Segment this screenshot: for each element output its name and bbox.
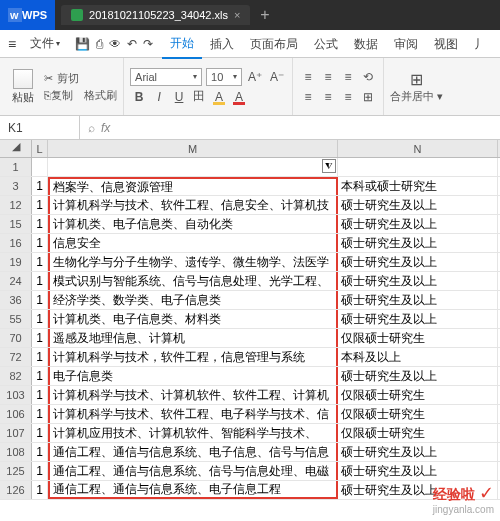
row-header[interactable]: 3 — [0, 177, 32, 195]
cell[interactable]: 1 — [32, 310, 48, 328]
ribbon-tab-more[interactable]: 丿 — [466, 30, 494, 58]
cell[interactable]: 计算机科学与技术、软件工程、信息安全、计算机技 — [48, 196, 338, 214]
align-top-button[interactable]: ≡ — [299, 68, 317, 86]
cell[interactable]: 硕士研究生及以上 — [338, 462, 498, 480]
cell[interactable]: 信息安全 — [48, 234, 338, 252]
ribbon-tab-view[interactable]: 视图 — [426, 30, 466, 58]
cell[interactable]: 仅限硕士研究生 — [338, 405, 498, 423]
undo-icon[interactable]: ↶ — [124, 30, 140, 58]
cell[interactable]: 1 — [32, 462, 48, 480]
cell[interactable]: 本科及以上 — [338, 348, 498, 366]
wrap-text-button[interactable]: ⊞ — [359, 88, 377, 106]
row-header[interactable]: 12 — [0, 196, 32, 214]
search-icon[interactable]: ⌕ — [88, 121, 95, 135]
cell[interactable]: 1 — [32, 291, 48, 309]
row-header[interactable]: 107 — [0, 424, 32, 442]
name-box[interactable]: K1 — [0, 116, 80, 140]
fx-label[interactable]: fx — [101, 121, 110, 135]
cell[interactable]: 1 — [32, 405, 48, 423]
ribbon-tab-insert[interactable]: 插入 — [202, 30, 242, 58]
row-header[interactable]: 15 — [0, 215, 32, 233]
cell[interactable]: 计算机科学与技术、软件工程、电子科学与技术、信 — [48, 405, 338, 423]
cell[interactable]: 1 — [32, 177, 48, 195]
font-size-select[interactable]: 10▾ — [206, 68, 242, 86]
close-tab-icon[interactable]: × — [234, 9, 240, 21]
ribbon-tab-review[interactable]: 审阅 — [386, 30, 426, 58]
column-header-N[interactable]: N — [338, 140, 498, 157]
cell[interactable]: 1 — [32, 367, 48, 385]
cell[interactable] — [48, 158, 338, 176]
cell[interactable]: 硕士研究生及以上 — [338, 291, 498, 309]
add-tab-button[interactable]: + — [260, 6, 269, 24]
cell[interactable]: 计算机应用技术、计算机软件、智能科学与技术、 — [48, 424, 338, 442]
ribbon-tab-formula[interactable]: 公式 — [306, 30, 346, 58]
row-header[interactable]: 72 — [0, 348, 32, 366]
cell[interactable]: 1 — [32, 253, 48, 271]
column-header-L[interactable]: L — [32, 140, 48, 157]
cell[interactable]: 通信工程、通信与信息系统、电子信息、信号与信息 — [48, 443, 338, 461]
cell[interactable]: 生物化学与分子生物学、遗传学、微生物学、法医学 — [48, 253, 338, 271]
merge-button[interactable]: 合并居中 ▾ — [390, 89, 443, 104]
orientation-button[interactable]: ⟲ — [359, 68, 377, 86]
filter-button[interactable]: ⧨ — [322, 159, 336, 173]
cell[interactable]: 1 — [32, 424, 48, 442]
copy-button[interactable]: ⎘复制 — [44, 88, 73, 103]
align-right-button[interactable]: ≡ — [339, 88, 357, 106]
row-header[interactable]: 82 — [0, 367, 32, 385]
cell[interactable]: 1 — [32, 443, 48, 461]
document-tab[interactable]: 20181021105223_34042.xls × — [61, 5, 250, 25]
cell[interactable]: 硕士研究生及以上 — [338, 196, 498, 214]
cell[interactable]: 硕士研究生及以上 — [338, 215, 498, 233]
row-header[interactable]: 16 — [0, 234, 32, 252]
cell[interactable]: 1 — [32, 348, 48, 366]
cell[interactable]: 1 — [32, 234, 48, 252]
cell[interactable]: 1 — [32, 215, 48, 233]
ribbon-tab-data[interactable]: 数据 — [346, 30, 386, 58]
cell[interactable] — [338, 158, 498, 176]
select-all-corner[interactable]: ◢ — [0, 140, 32, 157]
cell[interactable]: 硕士研究生及以上 — [338, 310, 498, 328]
cell[interactable]: 仅限硕士研究生 — [338, 329, 498, 347]
cell[interactable]: 1 — [32, 272, 48, 290]
cell[interactable] — [32, 158, 48, 176]
cell[interactable]: 硕士研究生及以上 — [338, 443, 498, 461]
paste-button[interactable]: 粘贴 — [6, 69, 40, 105]
cell[interactable]: 仅限硕士研究生 — [338, 424, 498, 442]
cell[interactable]: 1 — [32, 481, 48, 499]
ribbon-tab-home[interactable]: 开始 — [162, 29, 202, 59]
align-bottom-button[interactable]: ≡ — [339, 68, 357, 86]
column-header-M[interactable]: M — [48, 140, 338, 157]
redo-icon[interactable]: ↷ — [140, 30, 156, 58]
file-menu[interactable]: 文件 ▾ — [24, 35, 66, 52]
format-painter-button[interactable]: 格式刷 — [84, 88, 117, 103]
row-header[interactable]: 103 — [0, 386, 32, 404]
align-left-button[interactable]: ≡ — [299, 88, 317, 106]
row-header[interactable]: 1 — [0, 158, 32, 176]
cell[interactable]: 硕士研究生及以上 — [338, 234, 498, 252]
cell[interactable]: 通信工程、通信与信息系统、电子信息工程 — [48, 481, 338, 499]
cell[interactable]: 计算机类、电子信息类、材料类 — [48, 310, 338, 328]
cell[interactable]: 电子信息类 — [48, 367, 338, 385]
cell[interactable]: 1 — [32, 329, 48, 347]
hamburger-icon[interactable]: ≡ — [0, 36, 24, 52]
row-header[interactable]: 126 — [0, 481, 32, 499]
row-header[interactable]: 55 — [0, 310, 32, 328]
italic-button[interactable]: I — [150, 88, 168, 106]
row-header[interactable]: 108 — [0, 443, 32, 461]
increase-font-button[interactable]: A⁺ — [246, 68, 264, 86]
cell[interactable]: 遥感及地理信息、计算机 — [48, 329, 338, 347]
row-header[interactable]: 125 — [0, 462, 32, 480]
cell[interactable]: 硕士研究生及以上 — [338, 367, 498, 385]
cell[interactable]: 硕士研究生及以上 — [338, 253, 498, 271]
cell[interactable]: 计算机科学与技术、计算机软件、软件工程、计算机 — [48, 386, 338, 404]
underline-button[interactable]: U — [170, 88, 188, 106]
bold-button[interactable]: B — [130, 88, 148, 106]
font-family-select[interactable]: Arial▾ — [130, 68, 202, 86]
row-header[interactable]: 19 — [0, 253, 32, 271]
cell[interactable]: 计算机科学与技术，软件工程，信息管理与系统 — [48, 348, 338, 366]
cell[interactable]: 计算机类、电子信息类、自动化类 — [48, 215, 338, 233]
cell[interactable]: 硕士研究生及以上 — [338, 272, 498, 290]
preview-icon[interactable]: 👁 — [106, 30, 124, 58]
cell[interactable]: 本科或硕士研究生 — [338, 177, 498, 195]
cell[interactable]: 仅限硕士研究生 — [338, 386, 498, 404]
